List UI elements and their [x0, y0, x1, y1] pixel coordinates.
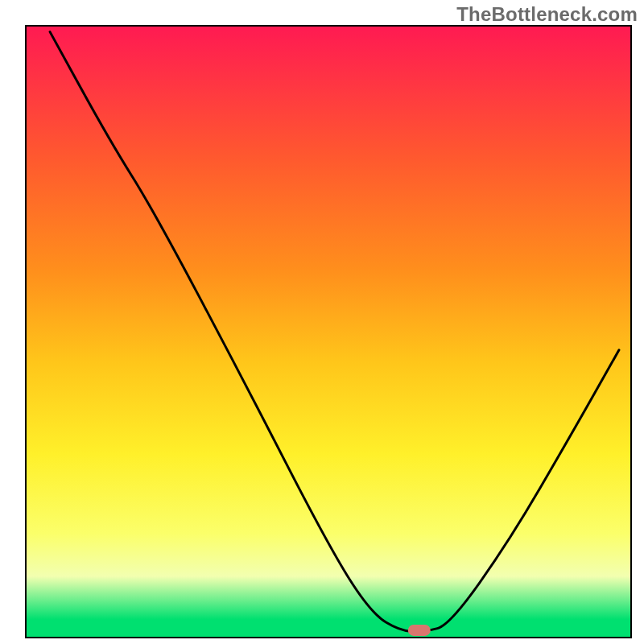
watermark-label: TheBottleneck.com: [456, 3, 638, 26]
plot-area: [26, 26, 631, 638]
optimal-marker: [408, 625, 431, 636]
chart-svg: [0, 0, 644, 644]
bottleneck-chart: TheBottleneck.com: [0, 0, 644, 644]
gradient-background: [26, 26, 631, 638]
